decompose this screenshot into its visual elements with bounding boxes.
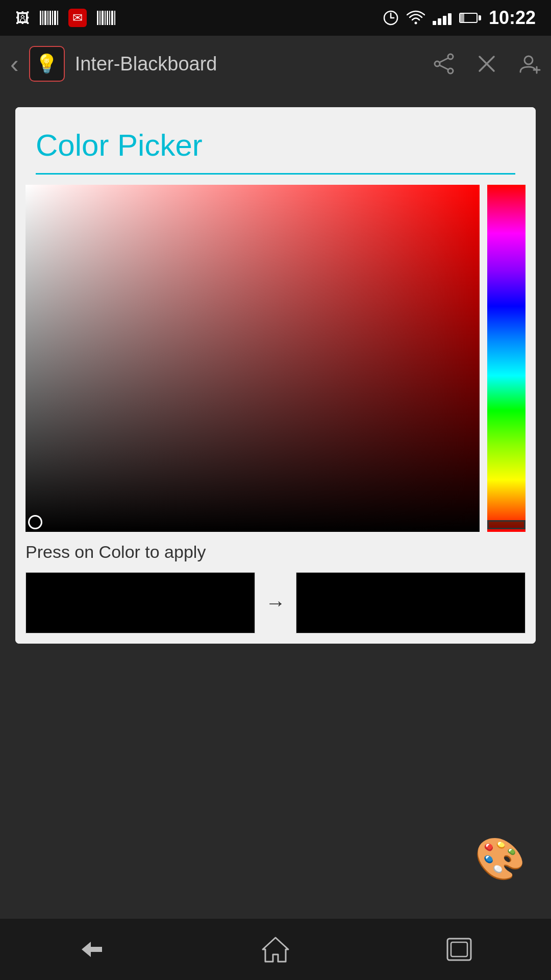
- color-swatches: →: [26, 572, 525, 633]
- status-bar: 🖼 ✉: [0, 0, 551, 36]
- clock-icon: [383, 10, 399, 26]
- svg-line-24: [440, 65, 448, 69]
- svg-rect-1: [42, 11, 43, 25]
- status-bar-left: 🖼 ✉: [15, 9, 115, 27]
- signal-bars: [433, 11, 452, 25]
- barcode2-icon: [97, 9, 115, 27]
- app-title: Inter-Blackboard: [75, 53, 422, 75]
- dialog-body: Press on Color to apply →: [15, 175, 536, 644]
- hue-slider-thumb: [487, 520, 525, 529]
- svg-rect-11: [105, 11, 106, 25]
- svg-point-20: [448, 54, 453, 59]
- svg-rect-0: [40, 11, 41, 25]
- nav-home-button[interactable]: [245, 929, 306, 970]
- svg-line-23: [440, 58, 448, 62]
- nav-back-button[interactable]: [61, 929, 122, 970]
- close-button[interactable]: [475, 53, 498, 75]
- color-picker-area[interactable]: [26, 185, 525, 532]
- share-button[interactable]: [433, 53, 455, 75]
- svg-rect-2: [44, 11, 46, 25]
- svg-rect-3: [47, 11, 48, 25]
- dialog-header: Color Picker: [15, 107, 536, 175]
- svg-rect-6: [54, 11, 56, 25]
- svg-rect-9: [99, 11, 101, 25]
- barcode-icon: [40, 9, 58, 27]
- svg-point-27: [524, 56, 533, 64]
- palette-icon: 🎨: [474, 835, 525, 883]
- image-icon: 🖼: [15, 10, 30, 27]
- mail-icon: ✉: [68, 9, 87, 27]
- app-bar: ‹ 💡 Inter-Blackboard: [0, 36, 551, 92]
- svg-rect-31: [451, 942, 467, 957]
- bottom-navigation: [0, 919, 551, 980]
- svg-point-21: [448, 68, 453, 74]
- gradient-cursor: [28, 515, 42, 529]
- new-color-swatch[interactable]: [296, 572, 525, 633]
- svg-rect-12: [107, 11, 108, 25]
- back-arrow-icon: [77, 937, 107, 962]
- svg-rect-7: [57, 11, 58, 25]
- status-time: 10:22: [489, 7, 536, 29]
- svg-point-22: [435, 61, 440, 66]
- color-picker-dialog: Color Picker Press on Color to apply →: [15, 107, 536, 644]
- press-instruction: Press on Color to apply: [26, 542, 525, 562]
- recent-apps-icon: [445, 936, 473, 963]
- hue-slider[interactable]: [487, 185, 525, 532]
- svg-rect-4: [49, 11, 51, 25]
- status-bar-right: 10:22: [383, 7, 536, 29]
- home-icon: [260, 935, 291, 964]
- wifi-icon: [407, 10, 425, 26]
- nav-recent-button[interactable]: [429, 929, 490, 970]
- svg-rect-15: [114, 11, 115, 25]
- add-user-button[interactable]: [518, 53, 541, 75]
- current-color-swatch[interactable]: [26, 572, 255, 633]
- main-background: Color Picker Press on Color to apply →: [0, 92, 551, 924]
- svg-rect-14: [111, 11, 113, 25]
- battery-indicator: [459, 13, 481, 23]
- color-gradient-canvas[interactable]: [26, 185, 480, 532]
- dialog-title: Color Picker: [36, 128, 515, 173]
- app-icon: 💡: [29, 46, 65, 82]
- svg-rect-10: [102, 11, 104, 25]
- arrow-separator: →: [255, 592, 296, 615]
- svg-rect-8: [97, 11, 98, 25]
- app-bar-actions: [433, 53, 541, 75]
- svg-rect-5: [52, 11, 53, 25]
- svg-point-19: [414, 22, 417, 24]
- svg-rect-13: [109, 11, 110, 25]
- back-button[interactable]: ‹: [10, 49, 19, 79]
